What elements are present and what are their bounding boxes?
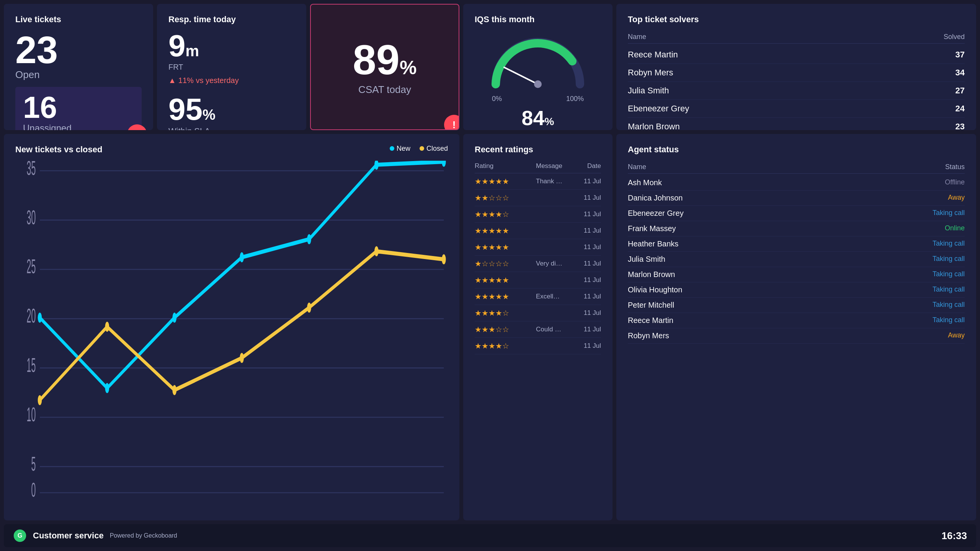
agent-rows: Ash MonkOfflineDanica JohnsonAwayEbeneez…: [628, 175, 965, 344]
rating-message: Excellent!: [536, 293, 567, 300]
rating-rows: ★★★★★ Thank you! 11 Jul ★★☆☆☆ 11 Jul ★★★…: [475, 173, 601, 354]
rating-date: 11 Jul: [567, 326, 601, 333]
footer-time: 16:33: [942, 530, 967, 542]
top-solvers-title: Top ticket solvers: [628, 15, 965, 24]
star-rating: ★★★☆☆: [475, 325, 536, 334]
table-row: Ash MonkOffline: [628, 175, 965, 191]
agent-name: Heather Banks: [628, 240, 678, 248]
status-badge: Online: [945, 224, 965, 233]
agent-status-title: Agent status: [628, 145, 965, 155]
rating-date: 11 Jul: [567, 243, 601, 251]
table-row: Frank MasseyOnline: [628, 221, 965, 236]
star-rating: ★★★★★: [475, 243, 536, 252]
svg-point-29: [105, 322, 109, 332]
list-item: ★☆☆☆☆ Very disappointed with service 11 …: [475, 256, 601, 272]
csat-card: 89% CSAT today !: [310, 4, 459, 130]
star-rating: ★★★★★: [475, 177, 536, 186]
rating-date: 11 Jul: [567, 194, 601, 202]
status-badge: Taking call: [933, 255, 965, 264]
svg-text:G: G: [18, 532, 23, 539]
status-badge: Taking call: [933, 209, 965, 218]
table-row: Danica JohnsonAway: [628, 191, 965, 206]
ratings-col-message: Message: [536, 162, 567, 170]
arrow-up-icon: ▲: [168, 76, 176, 85]
footer: G Customer service Powered by Geckoboard…: [4, 524, 976, 547]
chart-svg: 35 30 25 20 15 10 5 0 09:00 12:00 15:00: [15, 161, 448, 503]
table-row: Marlon Brown23: [628, 118, 965, 130]
csat-unit: %: [400, 57, 416, 78]
solver-count: 37: [956, 50, 965, 60]
frt-label: FRT: [168, 63, 295, 72]
gauge-min: 0%: [492, 95, 502, 103]
vs-yesterday: ▲ 11% vs yesterday: [168, 76, 295, 85]
svg-text:09:00: 09:00: [29, 500, 50, 503]
solver-name: Marlon Brown: [628, 122, 680, 130]
agent-name: Robyn Mers: [628, 331, 669, 340]
list-item: ★★★★★ 11 Jul: [475, 223, 601, 239]
list-item: ★★★★★ Excellent! 11 Jul: [475, 289, 601, 305]
table-row: Julia Smith27: [628, 82, 965, 100]
footer-left: G Customer service Powered by Geckoboard: [13, 529, 177, 543]
unassigned-box: 16 Unassigned !: [15, 87, 142, 130]
status-badge: Taking call: [933, 270, 965, 279]
svg-point-33: [374, 246, 379, 256]
svg-point-30: [172, 385, 176, 395]
solver-count: 23: [956, 122, 965, 130]
csat-value: 89: [353, 36, 400, 83]
list-item: ★★★★☆ 11 Jul: [475, 338, 601, 354]
iqs-card: IQS this month 0% 100% 84%: [463, 4, 612, 130]
rating-message: Thank you!: [536, 178, 567, 185]
svg-line-0: [504, 67, 538, 84]
rating-date: 11 Jul: [567, 178, 601, 185]
star-rating: ★★★★☆: [475, 308, 536, 318]
csat-alert-badge: !: [444, 115, 459, 130]
agent-name: Reece Martin: [628, 316, 673, 325]
status-badge: Taking call: [933, 285, 965, 294]
rating-message: Could have been quicker to re...: [536, 326, 567, 333]
chart-area: 35 30 25 20 15 10 5 0 09:00 12:00 15:00: [15, 161, 448, 503]
resp-time-card: Resp. time today 9m FRT ▲ 11% vs yesterd…: [157, 4, 306, 130]
recent-ratings-title: Recent ratings: [475, 145, 601, 155]
table-row: Peter MitchellTaking call: [628, 298, 965, 313]
iqs-title: IQS this month: [475, 15, 601, 24]
ratings-table-header: Rating Message Date: [475, 161, 601, 173]
agent-name: Peter Mitchell: [628, 301, 674, 310]
rating-message: Very disappointed with service: [536, 260, 567, 267]
tickets-chart-card: New tickets vs closed New Closed 35 30 2…: [4, 134, 459, 520]
unassigned-count: 16: [23, 92, 134, 123]
solver-count: 34: [956, 68, 965, 78]
solver-count: 27: [956, 86, 965, 96]
agent-name: Julia Smith: [628, 255, 665, 264]
svg-point-31: [240, 353, 244, 363]
solver-name: Julia Smith: [628, 86, 669, 96]
status-badge: Taking call: [933, 301, 965, 310]
list-item: ★★★★★ Thank you! 11 Jul: [475, 173, 601, 190]
rating-date: 11 Jul: [567, 260, 601, 267]
list-item: ★★★☆☆ Could have been quicker to re... 1…: [475, 321, 601, 338]
solver-name: Reece Martin: [628, 50, 678, 60]
svg-text:15: 15: [27, 354, 36, 377]
agent-name: Frank Massey: [628, 224, 676, 233]
live-tickets-card: Live tickets 23 Open 16 Unassigned !: [4, 4, 153, 130]
status-badge: Offline: [945, 178, 965, 187]
svg-point-34: [442, 254, 446, 264]
solver-col-name: Name: [628, 33, 646, 41]
svg-text:0: 0: [31, 479, 36, 501]
svg-point-25: [307, 234, 311, 244]
top-solvers-card: Top ticket solvers Name Solved Reece Mar…: [616, 4, 976, 130]
recent-ratings-card: Recent ratings Rating Message Date ★★★★★…: [463, 134, 612, 520]
table-row: Robyn Mers34: [628, 64, 965, 82]
resp-time-title: Resp. time today: [168, 15, 295, 24]
gauge-svg: [484, 31, 591, 92]
star-rating: ★☆☆☆☆: [475, 259, 536, 268]
table-row: Heather BanksTaking call: [628, 236, 965, 252]
rating-date: 11 Jul: [567, 276, 601, 284]
footer-title: Customer service: [33, 531, 104, 541]
svg-text:15:00: 15:00: [434, 500, 448, 503]
table-row: Marlon BrownTaking call: [628, 267, 965, 282]
rating-date: 11 Jul: [567, 342, 601, 350]
agent-col-status: Status: [945, 163, 965, 171]
star-rating: ★★★★☆: [475, 341, 536, 350]
table-row: Ebeneezer GreyTaking call: [628, 206, 965, 221]
frt-unit: m: [186, 42, 199, 59]
